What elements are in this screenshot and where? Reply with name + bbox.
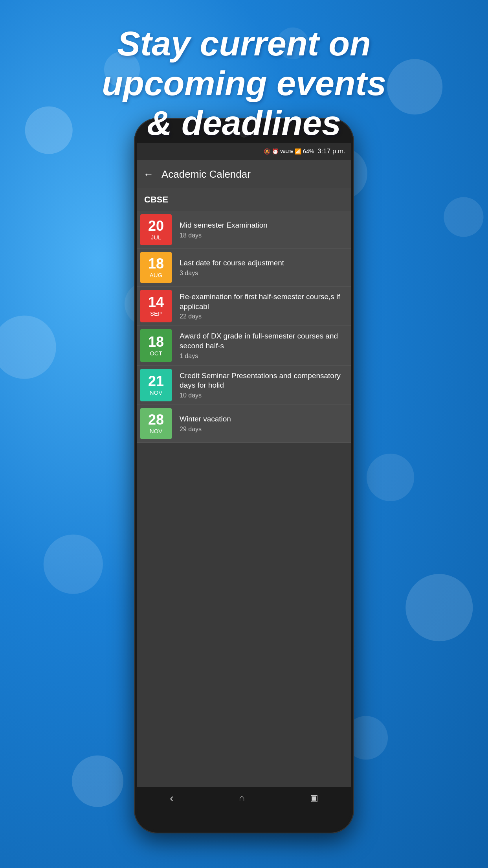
status-icons: 🔕 ⏰ VoLTE 📶 64% bbox=[264, 148, 314, 154]
phone-inner: 🔕 ⏰ VoLTE 📶 64% 3:17 p.m. ← Academic Cal… bbox=[137, 121, 351, 830]
headline-line3: & deadlines bbox=[147, 103, 341, 142]
event-info: Last date for course adjustment 3 days bbox=[175, 249, 351, 286]
event-title: Re-examination for first half-semester c… bbox=[180, 292, 346, 311]
date-badge: 20 JUL bbox=[140, 214, 172, 245]
event-info: Winter vacation 29 days bbox=[175, 405, 351, 442]
date-number: 14 bbox=[148, 295, 164, 309]
event-title: Winter vacation bbox=[180, 414, 346, 424]
nav-recent-button[interactable]: ▣ bbox=[310, 793, 318, 803]
headline-line1: Stay current on bbox=[117, 24, 371, 63]
event-days: 10 days bbox=[180, 392, 346, 399]
content-area: CBSE 20 JUL Mid semester Examination 18 … bbox=[137, 188, 351, 443]
app-bar-title: Academic Calendar bbox=[161, 168, 251, 180]
event-days: 29 days bbox=[180, 426, 346, 433]
table-row[interactable]: 20 JUL Mid semester Examination 18 days bbox=[137, 211, 351, 249]
date-month: NOV bbox=[150, 428, 163, 434]
event-title: Last date for course adjustment bbox=[180, 258, 346, 268]
headline-section: Stay current on upcoming events & deadli… bbox=[0, 24, 488, 143]
table-row[interactable]: 18 AUG Last date for course adjustment 3… bbox=[137, 249, 351, 287]
app-bar: ← Academic Calendar bbox=[137, 160, 351, 188]
event-info: Credit Seminar Presentations and compens… bbox=[175, 366, 351, 405]
date-number: 21 bbox=[148, 374, 164, 388]
calendar-list: 20 JUL Mid semester Examination 18 days … bbox=[137, 211, 351, 443]
date-badge: 21 NOV bbox=[140, 369, 172, 401]
nav-back-button[interactable]: ‹ bbox=[170, 791, 174, 805]
lte-icon: VoLTE bbox=[280, 149, 293, 154]
event-days: 22 days bbox=[180, 313, 346, 320]
event-days: 3 days bbox=[180, 270, 346, 277]
date-badge: 14 SEP bbox=[140, 290, 172, 322]
date-month: OCT bbox=[150, 350, 162, 357]
date-month: SEP bbox=[150, 310, 162, 317]
headline-text: Stay current on upcoming events & deadli… bbox=[0, 24, 488, 143]
table-row[interactable]: 14 SEP Re-examination for first half-sem… bbox=[137, 287, 351, 326]
date-number: 18 bbox=[148, 257, 164, 271]
section-title: CBSE bbox=[144, 195, 168, 204]
event-title: Credit Seminar Presentations and compens… bbox=[180, 371, 346, 390]
date-month: NOV bbox=[150, 389, 163, 396]
battery-text: 64% bbox=[303, 148, 314, 154]
screen: 🔕 ⏰ VoLTE 📶 64% 3:17 p.m. ← Academic Cal… bbox=[137, 143, 351, 809]
phone-device: 🔕 ⏰ VoLTE 📶 64% 3:17 p.m. ← Academic Cal… bbox=[134, 118, 354, 833]
date-month: JUL bbox=[151, 234, 161, 241]
date-badge: 18 AUG bbox=[140, 252, 172, 283]
status-time: 3:17 p.m. bbox=[317, 147, 345, 155]
event-title: Mid semester Examination bbox=[180, 221, 346, 230]
headline-line2: upcoming events bbox=[102, 64, 386, 103]
table-row[interactable]: 21 NOV Credit Seminar Presentations and … bbox=[137, 366, 351, 405]
event-days: 18 days bbox=[180, 232, 346, 239]
status-bar: 🔕 ⏰ VoLTE 📶 64% 3:17 p.m. bbox=[137, 143, 351, 160]
date-badge: 18 OCT bbox=[140, 329, 172, 362]
back-button[interactable]: ← bbox=[143, 168, 154, 180]
wifi-icon: 📶 bbox=[295, 148, 301, 154]
date-number: 20 bbox=[148, 219, 164, 233]
event-info: Mid semester Examination 18 days bbox=[175, 211, 351, 248]
date-badge: 28 NOV bbox=[140, 408, 172, 439]
section-header: CBSE bbox=[137, 188, 351, 211]
date-number: 18 bbox=[148, 335, 164, 349]
mute-icon: 🔕 bbox=[264, 148, 270, 154]
event-info: Re-examination for first half-semester c… bbox=[175, 287, 351, 326]
event-days: 1 days bbox=[180, 353, 346, 360]
date-number: 28 bbox=[148, 413, 164, 427]
bottom-nav: ‹ ⌂ ▣ bbox=[137, 787, 351, 809]
table-row[interactable]: 18 OCT Award of DX grade in full-semeste… bbox=[137, 326, 351, 365]
alarm-icon: ⏰ bbox=[272, 148, 279, 154]
table-row[interactable]: 28 NOV Winter vacation 29 days bbox=[137, 405, 351, 443]
date-month: AUG bbox=[150, 272, 163, 278]
nav-home-button[interactable]: ⌂ bbox=[239, 793, 245, 804]
event-title: Award of DX grade in full-semester cours… bbox=[180, 331, 346, 351]
event-info: Award of DX grade in full-semester cours… bbox=[175, 326, 351, 365]
